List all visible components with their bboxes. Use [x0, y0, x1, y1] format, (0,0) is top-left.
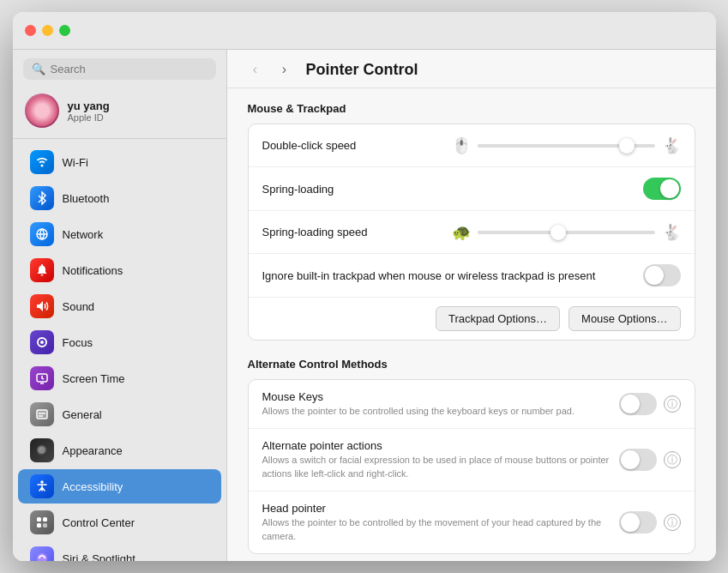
main-header: ‹ › Pointer Control	[227, 50, 716, 88]
alternate-control-group: Mouse Keys Allows the pointer to be cont…	[248, 379, 695, 554]
spring-loading-label: Spring-loading	[262, 183, 643, 196]
sidebar-item-label-appearance: Appearance	[63, 444, 123, 457]
sidebar-item-siri[interactable]: Siri & Spotlight	[18, 541, 221, 561]
svg-point-10	[39, 447, 45, 454]
minimize-button[interactable]	[42, 25, 53, 36]
sidebar-item-focus[interactable]: Focus	[18, 325, 221, 359]
user-name: yu yang	[68, 100, 110, 112]
svg-rect-13	[43, 517, 47, 522]
sidebar-item-label-accessibility: Accessibility	[63, 480, 123, 493]
mouse-keys-toggle[interactable]	[619, 393, 657, 415]
alternate-pointer-toggle[interactable]	[619, 449, 657, 471]
spring-loading-toggle[interactable]	[643, 178, 681, 200]
wifi-icon	[30, 150, 54, 174]
spring-loading-speed-row: Spring-loading speed 🐢 🐇	[249, 211, 695, 254]
sidebar: 🔍 yu yang Apple ID	[13, 50, 227, 561]
mouse-keys-row: Mouse Keys Allows the pointer to be cont…	[249, 380, 695, 429]
spring-loading-speed-slider[interactable]: 🐢 🐇	[452, 223, 680, 242]
trackpad-options-button[interactable]: Trackpad Options…	[436, 306, 560, 331]
sidebar-item-label-notifications: Notifications	[63, 264, 123, 277]
accessibility-icon	[30, 474, 54, 498]
alternate-pointer-sublabel: Allows a switch or facial expression to …	[262, 454, 619, 480]
double-click-speed-slider[interactable]: 🖱️ 🐇	[452, 136, 680, 155]
avatar	[25, 93, 59, 128]
main-content: ‹ › Pointer Control Mouse & Trackpad Dou…	[227, 50, 716, 561]
slider-fast-icon: 🐇	[662, 136, 681, 155]
svg-rect-15	[43, 523, 47, 528]
sidebar-item-sound[interactable]: Sound	[18, 289, 221, 323]
spring-loading-row: Spring-loading	[249, 167, 695, 211]
sidebar-item-general[interactable]: General	[18, 397, 221, 431]
head-pointer-label-group: Head pointer Allows the pointer to be co…	[262, 502, 619, 543]
search-box[interactable]: 🔍	[23, 58, 216, 80]
spring-loading-speed-label: Spring-loading speed	[262, 226, 453, 238]
sound-icon	[30, 294, 54, 318]
user-profile[interactable]: yu yang Apple ID	[13, 87, 226, 139]
mouse-keys-knob	[621, 395, 640, 413]
slider-track[interactable]	[478, 144, 654, 148]
toggle-knob	[660, 179, 679, 198]
close-button[interactable]	[25, 25, 36, 36]
section2-title: Alternate Control Methods	[248, 358, 695, 371]
slider-slow-icon: 🖱️	[452, 136, 471, 155]
svg-point-11	[40, 480, 44, 484]
sidebar-item-label-general: General	[63, 408, 102, 421]
sidebar-item-label-bluetooth: Bluetooth	[63, 192, 110, 205]
spring-slider-track[interactable]	[478, 231, 654, 234]
sidebar-item-network[interactable]: Network	[18, 217, 221, 251]
sidebar-item-label-network: Network	[63, 228, 104, 241]
mouse-keys-label: Mouse Keys	[262, 390, 619, 403]
search-input[interactable]	[51, 63, 208, 75]
mouse-keys-sublabel: Allows the pointer to be controlled usin…	[262, 405, 619, 418]
ignore-toggle-knob	[645, 266, 664, 285]
alternate-pointer-info-icon[interactable]: ⓘ	[664, 451, 681, 468]
sidebar-item-notifications[interactable]: Notifications	[18, 253, 221, 287]
main-content-wrapper: ‹ › Pointer Control Mouse & Trackpad Dou…	[227, 50, 716, 561]
sidebar-item-label-sound: Sound	[63, 300, 95, 313]
slider-thumb[interactable]	[619, 138, 635, 154]
notifications-icon	[30, 258, 54, 282]
sidebar-item-accessibility[interactable]: Accessibility	[18, 469, 221, 504]
focus-icon	[30, 330, 54, 354]
mouse-keys-label-group: Mouse Keys Allows the pointer to be cont…	[262, 390, 619, 418]
svg-rect-14	[37, 523, 41, 528]
sidebar-item-appearance[interactable]: Appearance	[18, 433, 221, 467]
head-pointer-toggle[interactable]	[619, 511, 657, 534]
sidebar-item-controlcenter[interactable]: Control Center	[18, 505, 221, 540]
head-pointer-info-icon[interactable]: ⓘ	[664, 514, 681, 531]
alternate-pointer-label-group: Alternate pointer actions Allows a switc…	[262, 439, 619, 480]
sidebar-item-label-screentime: Screen Time	[63, 372, 125, 385]
sidebar-item-bluetooth[interactable]: Bluetooth	[18, 181, 221, 215]
double-click-speed-row: Double-click speed 🖱️ 🐇	[249, 124, 695, 167]
double-click-speed-label: Double-click speed	[262, 139, 453, 152]
bluetooth-icon	[30, 186, 54, 210]
network-icon	[30, 222, 54, 246]
forward-button[interactable]: ›	[274, 60, 296, 79]
section1-title: Mouse & Trackpad	[248, 102, 695, 115]
mouse-options-button[interactable]: Mouse Options…	[569, 306, 680, 331]
head-pointer-knob	[621, 513, 640, 532]
mouse-keys-info-icon[interactable]: ⓘ	[664, 395, 681, 413]
alternate-pointer-row: Alternate pointer actions Allows a switc…	[249, 429, 695, 492]
maximize-button[interactable]	[59, 25, 70, 36]
mouse-trackpad-group: Double-click speed 🖱️ 🐇	[248, 124, 695, 341]
spring-slider-fill	[478, 231, 557, 234]
sidebar-item-label-wifi: Wi-Fi	[63, 156, 88, 169]
ignore-trackpad-toggle[interactable]	[643, 264, 681, 286]
back-button[interactable]: ‹	[244, 60, 267, 79]
head-pointer-row: Head pointer Allows the pointer to be co…	[249, 492, 695, 553]
spring-slider-thumb[interactable]	[551, 225, 566, 240]
ignore-trackpad-row: Ignore built-in trackpad when mouse or w…	[249, 254, 695, 298]
sidebar-item-label-controlcenter: Control Center	[63, 516, 135, 529]
ignore-trackpad-label: Ignore built-in trackpad when mouse or w…	[262, 269, 643, 282]
user-info: yu yang Apple ID	[68, 100, 110, 123]
trackpad-mouse-buttons: Trackpad Options… Mouse Options…	[249, 298, 695, 340]
svg-rect-12	[37, 517, 41, 522]
head-pointer-label: Head pointer	[262, 502, 619, 515]
sidebar-item-wifi[interactable]: Wi-Fi	[18, 145, 221, 179]
spring-fast-icon: 🐇	[662, 223, 681, 242]
svg-rect-5	[37, 410, 47, 419]
head-pointer-sublabel: Allows the pointer to be controlled by t…	[262, 516, 619, 543]
sidebar-item-screentime[interactable]: Screen Time	[18, 361, 221, 395]
alternate-pointer-label: Alternate pointer actions	[262, 439, 619, 452]
